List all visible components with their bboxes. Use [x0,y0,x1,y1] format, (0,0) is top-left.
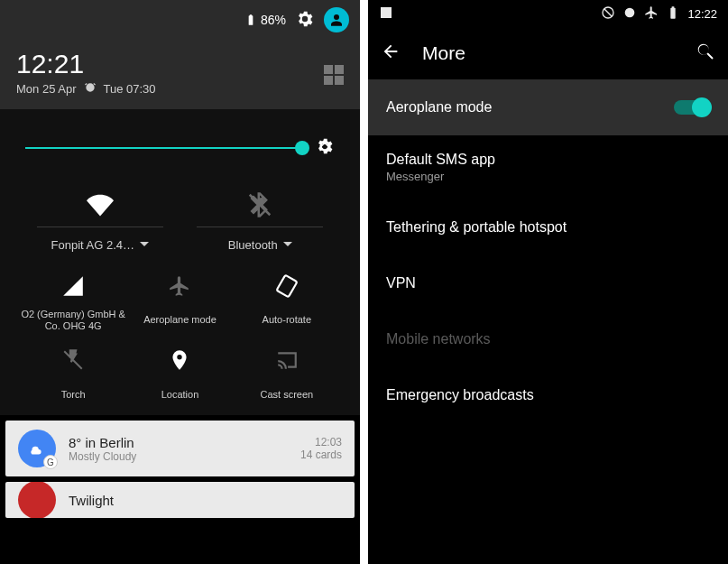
torch-label: Torch [61,383,86,406]
profile-avatar[interactable] [324,7,349,32]
row-label: Emergency broadcasts [386,387,710,403]
airplane-tile[interactable]: Aeroplane mode [126,274,233,332]
location-label: Location [161,383,199,406]
notification-title: Twilight [69,493,342,508]
picture-icon [379,5,393,23]
settings-icon[interactable] [295,9,315,32]
quick-settings-screen: 86% 12:21 Mon 25 Apr Tue 07:30 [0,0,360,564]
wifi-icon [87,187,114,223]
airplane-toggle[interactable] [674,100,710,115]
emergency-broadcasts-row[interactable]: Emergency broadcasts [368,367,728,423]
battery-indicator: 86% [244,13,286,27]
wifi-tile[interactable]: Fonpit AG 2.4… [20,187,180,254]
mobile-networks-row: Mobile networks [368,311,728,367]
multi-user-icon[interactable] [324,65,344,85]
rotate-icon [275,274,299,301]
bluetooth-off-icon [246,187,273,223]
weather-icon: G [18,430,56,467]
location-tile[interactable]: Location [126,348,233,406]
quick-settings-body: Fonpit AG 2.4… Bluetooth O2 (Germany) Gm… [0,109,360,415]
clock-time: 12:21 [16,49,344,79]
notification-title: 8° in Berlin [69,435,288,450]
row-label: Aeroplane mode [386,99,674,116]
airplane-icon [644,5,659,23]
row-label: Tethering & portable hotspot [386,219,710,236]
qs-top-row: Fonpit AG 2.4… Bluetooth [20,187,340,254]
battery-icon [666,5,680,23]
app-icon [18,482,56,518]
page-title: More [422,42,674,64]
battery-percent: 86% [261,13,286,27]
app-bar: More [368,27,728,79]
tethering-row[interactable]: Tethering & portable hotspot [368,199,728,255]
airplane-label: Aeroplane mode [143,309,217,332]
torch-icon [61,348,85,375]
google-badge-icon: G [43,455,58,469]
vpn-row[interactable]: VPN [368,255,728,311]
airplane-icon [168,274,191,301]
notification-meta: 14 cards [300,448,342,461]
brightness-slider[interactable] [25,136,335,160]
chevron-down-icon[interactable] [140,238,149,252]
bluetooth-tile[interactable]: Bluetooth [180,187,341,254]
cast-label: Cast screen [260,383,313,406]
cellular-label: O2 (Germany) GmbH & Co. OHG 4G [20,309,126,332]
no-sim-icon [601,5,615,23]
torch-tile[interactable]: Torch [20,348,126,406]
signal-icon [61,274,85,301]
clock-panel: 12:21 Mon 25 Apr Tue 07:30 [0,40,360,109]
alarm-icon [622,5,637,23]
brightness-icon [315,136,335,160]
airplane-mode-row[interactable]: Aeroplane mode [368,79,728,135]
notification-card[interactable]: G 8° in Berlin Mostly Cloudy 12:03 14 ca… [5,421,355,476]
location-icon [168,348,191,375]
search-button[interactable] [696,42,715,65]
cellular-tile[interactable]: O2 (Germany) GmbH & Co. OHG 4G [20,274,126,332]
date-row: Mon 25 Apr Tue 07:30 [16,81,344,97]
alarm-time: Tue 07:30 [104,82,156,96]
rotate-label: Auto-rotate [263,309,311,332]
chevron-down-icon[interactable] [283,238,292,252]
status-time: 12:22 [687,7,717,21]
notification-card[interactable]: Twilight [5,482,355,518]
status-bar: 12:22 [368,0,728,27]
bluetooth-label: Bluetooth [228,238,278,252]
row-label: VPN [386,275,710,291]
wifi-label: Fonpit AG 2.4… [51,238,135,252]
notification-subtitle: Mostly Cloudy [69,450,288,463]
default-sms-row[interactable]: Default SMS app Messenger [368,135,728,199]
settings-list: Aeroplane mode Default SMS app Messenger… [368,79,728,423]
qs-grid: O2 (Germany) GmbH & Co. OHG 4G Aeroplane… [20,274,340,406]
cast-icon [275,348,299,375]
notification-time: 12:03 [300,436,342,448]
notification-list: G 8° in Berlin Mostly Cloudy 12:03 14 ca… [0,421,360,518]
row-label: Default SMS app [386,152,710,168]
alarm-icon [84,81,97,97]
row-sublabel: Messenger [386,170,710,183]
rotate-tile[interactable]: Auto-rotate [234,274,340,332]
row-label: Mobile networks [386,331,710,347]
clock-date: Mon 25 Apr [16,82,77,96]
more-settings-screen: 12:22 More Aeroplane mode Default SMS ap… [368,0,728,564]
back-button[interactable] [381,42,401,65]
cast-tile[interactable]: Cast screen [234,348,340,406]
status-bar: 86% [0,0,360,40]
